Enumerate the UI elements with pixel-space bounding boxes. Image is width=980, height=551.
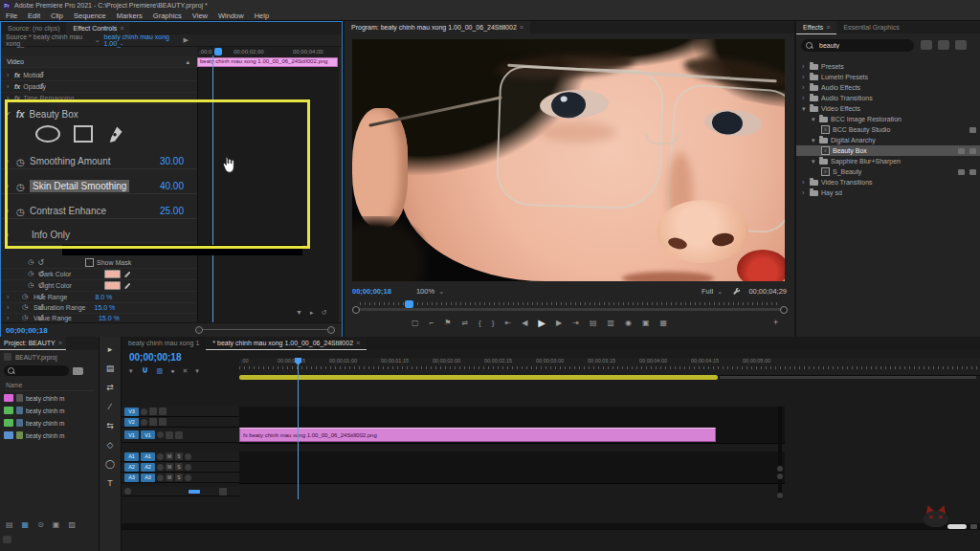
panel-menu-icon[interactable]: ≡ [120, 25, 123, 32]
stopwatch-icon[interactable]: ◷ [22, 293, 31, 301]
sequence-settings-icon[interactable]: ▾ [129, 367, 133, 375]
delete-bin-icon[interactable] [955, 40, 967, 50]
tab-sequence-2[interactable]: * beaty chinh mau xong 1.00_00_06_24Stil… [206, 337, 367, 350]
caption-track-icon[interactable]: ▾ [195, 367, 199, 375]
tab-program[interactable]: Program: beaty chinh mau xong 1.00_00_06… [345, 21, 530, 33]
ec-playhead-line[interactable] [212, 55, 213, 322]
timeline-ruler[interactable]: ;00 00;00;00;15 00;00;01;00 00;00;01;15 … [239, 358, 980, 376]
stopwatch-icon[interactable]: ◷ [16, 182, 25, 190]
mute-button[interactable]: M [166, 463, 173, 471]
eyedropper-icon[interactable] [123, 282, 131, 290]
timeline-playhead-line[interactable] [298, 364, 299, 499]
track-output-icon[interactable] [159, 408, 167, 415]
type-tool[interactable]: T [107, 478, 113, 488]
tree-item-digital-anarchy[interactable]: ▾Digital Anarchy [796, 135, 980, 145]
scrollbar-end-button[interactable] [970, 524, 977, 529]
master-track-row[interactable] [122, 487, 239, 496]
slip-tool[interactable]: ⇆ [106, 421, 114, 430]
new-custom-bin-icon[interactable] [938, 40, 949, 50]
new-item-icon[interactable]: ▨ [68, 520, 76, 529]
scrollbar-handle[interactable] [777, 474, 783, 479]
reset-icon[interactable]: ↺ [37, 71, 44, 79]
show-mask-checkbox[interactable] [85, 258, 94, 267]
ec-row-motion[interactable]: › fx Motion ↺ [1, 70, 197, 81]
track-lock-icon[interactable] [141, 408, 147, 415]
chevron-right-icon[interactable]: › [7, 72, 11, 78]
track-target-button[interactable]: A3 [141, 474, 155, 482]
track-header-v1[interactable]: V1 V1 [122, 428, 239, 443]
step-forward-icon[interactable]: ▶ [556, 319, 562, 327]
scrollbar-thumb[interactable] [947, 524, 967, 529]
source-patch[interactable]: A1 [124, 452, 139, 461]
project-name-column-header[interactable]: Name [6, 382, 94, 391]
ec-row-show-mask[interactable]: ◷ Show Mask ↺ [1, 257, 197, 269]
chevron-right-icon[interactable]: › [7, 83, 11, 90]
selected-clip-name[interactable]: beaty chinh mau xong 1.00_- [104, 33, 180, 47]
tree-item-presets[interactable]: ›Presets [796, 61, 980, 72]
mark-in-icon[interactable]: { [479, 319, 481, 327]
settings-wrench-icon[interactable] [732, 287, 741, 296]
menu-help[interactable]: Help [255, 11, 269, 20]
track-header-a2[interactable]: A2 A2 M S [122, 462, 239, 473]
light-color-swatch[interactable] [104, 281, 121, 290]
icon-view-icon[interactable]: ▦ [22, 520, 30, 529]
record-button[interactable] [185, 464, 191, 471]
chevron-down-icon[interactable]: ⌄ [438, 287, 444, 296]
timeline-clip[interactable]: fx beaty chinh mau xong 1.00_00_06_24Sti… [239, 428, 716, 442]
reset-icon[interactable]: ↺ [37, 303, 44, 312]
timeline-vertical-scrollbar[interactable] [778, 407, 782, 499]
panel-corner-icon[interactable] [3, 536, 11, 543]
param-smoothing-amount[interactable]: › ◷ Smoothing Amount 30.00 [1, 154, 197, 169]
scrubber-left-handle[interactable] [352, 306, 360, 314]
eyedropper-icon[interactable] [123, 271, 131, 278]
track-area-a3[interactable] [239, 473, 785, 484]
panel-menu-icon[interactable]: ≡ [520, 24, 523, 31]
tree-item-bcc-beauty-studio[interactable]: ≡BCC Beauty Studio [796, 124, 980, 135]
master-zoom-bar[interactable] [189, 490, 200, 494]
timeline-horizontal-scrollbar[interactable] [122, 523, 980, 530]
play-small-icon[interactable]: ▸ [310, 309, 314, 317]
param-contrast-enhance[interactable]: › ◷ Contrast Enhance 25.00 [1, 204, 197, 219]
ec-row-dark-color[interactable]: ◷ Dark Color ↺ [1, 269, 197, 280]
track-lock-icon[interactable] [157, 431, 164, 438]
label-swatch[interactable] [4, 407, 13, 414]
insert-icon[interactable]: ▣ [642, 319, 650, 327]
source-patch[interactable]: A3 [124, 474, 139, 482]
chevron-down-icon[interactable]: ⌄ [717, 287, 723, 296]
razor-tool[interactable]: ∕ [109, 402, 111, 411]
source-patch[interactable]: V2 [124, 418, 139, 427]
new-preset-bin-icon[interactable] [921, 40, 932, 50]
track-lock-icon[interactable] [141, 419, 147, 426]
tab-sequence-1[interactable]: beaty chinh mau xong 1 [122, 337, 206, 349]
reset-icon[interactable]: ↺ [37, 258, 44, 267]
stopwatch-icon[interactable]: ◷ [22, 314, 31, 322]
chevron-right-icon[interactable]: › [7, 294, 11, 300]
chevron-right-icon[interactable]: › [7, 158, 11, 165]
export-frame-icon[interactable]: ◉ [625, 319, 632, 327]
extract-icon[interactable]: ▥ [607, 319, 614, 327]
hand-tool[interactable]: ◯ [105, 459, 115, 469]
stopwatch-icon[interactable]: ◷ [28, 281, 36, 290]
menu-edit[interactable]: Edit [28, 11, 40, 20]
track-header-a1[interactable]: A1 A1 M S [122, 452, 239, 462]
reset-icon[interactable]: ↺ [37, 314, 44, 322]
solo-button[interactable]: S [175, 452, 183, 460]
track-lock-icon[interactable] [157, 474, 164, 481]
add-marker-icon[interactable]: ⚑ [444, 319, 451, 327]
selection-tool[interactable]: ▸ [108, 344, 113, 354]
ec-timecode[interactable]: 00;00;00;18 [6, 326, 48, 335]
go-to-out-icon[interactable]: ⇥ [572, 319, 579, 327]
param-label-selected[interactable]: Skin Detail Smoothing [30, 180, 129, 192]
scrubber-right-handle[interactable] [780, 306, 788, 314]
ellipse-mask-icon[interactable] [35, 125, 60, 143]
chevron-right-icon[interactable]: › [7, 208, 11, 214]
comparison-view-icon[interactable]: ▦ [660, 319, 668, 327]
snap-magnet-icon[interactable] [141, 366, 149, 375]
menu-graphics[interactable]: Graphics [153, 11, 182, 20]
tree-item-beauty-box[interactable]: ≡Beauty Box [796, 145, 980, 156]
track-target-button[interactable]: A2 [141, 463, 155, 472]
tab-project[interactable]: Project: BEAUTY ≡ [0, 337, 66, 350]
hue-range-value[interactable]: 8.0 % [95, 294, 112, 300]
reset-icon[interactable]: ↺ [37, 293, 44, 301]
track-header-v3[interactable]: V3 [122, 407, 239, 417]
